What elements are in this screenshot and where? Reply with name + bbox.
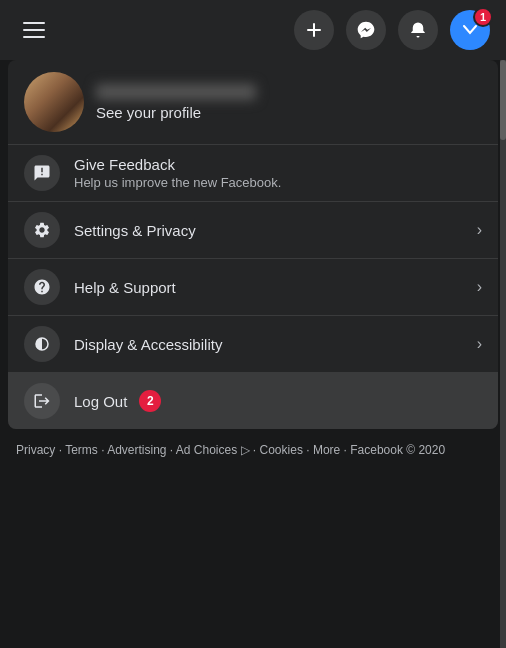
menu-item-display-accessibility[interactable]: Display & Accessibility ›	[8, 316, 498, 373]
display-title: Display & Accessibility	[74, 336, 463, 353]
feedback-text-block: Give Feedback Help us improve the new Fa…	[74, 156, 482, 190]
profile-info: See your profile	[96, 84, 256, 121]
dropdown-panel: See your profile Give Feedback Help us i…	[8, 60, 498, 429]
footer-links: Privacy · Terms · Advertising · Ad Choic…	[0, 429, 506, 472]
add-button[interactable]	[294, 10, 334, 50]
settings-title: Settings & Privacy	[74, 222, 463, 239]
settings-icon	[24, 212, 60, 248]
scrollbar-thumb[interactable]	[500, 60, 506, 140]
profile-name-blurred	[96, 84, 256, 100]
logout-badge: 2	[139, 390, 161, 412]
help-text-block: Help & Support	[74, 279, 463, 296]
profile-dropdown-button[interactable]: 1	[450, 10, 490, 50]
display-chevron: ›	[477, 335, 482, 353]
logout-title: Log Out	[74, 393, 127, 410]
logout-inner: Log Out 2	[74, 390, 161, 412]
profile-row[interactable]: See your profile	[8, 60, 498, 145]
menu-item-settings-privacy[interactable]: Settings & Privacy ›	[8, 202, 498, 259]
help-icon	[24, 269, 60, 305]
settings-text-block: Settings & Privacy	[74, 222, 463, 239]
display-icon	[24, 326, 60, 362]
avatar	[24, 72, 84, 132]
display-text-block: Display & Accessibility	[74, 336, 463, 353]
messenger-button[interactable]	[346, 10, 386, 50]
notifications-button[interactable]	[398, 10, 438, 50]
settings-chevron: ›	[477, 221, 482, 239]
menu-item-logout[interactable]: Log Out 2	[8, 373, 498, 429]
feedback-title: Give Feedback	[74, 156, 482, 173]
profile-badge: 1	[473, 7, 493, 27]
logout-icon	[24, 383, 60, 419]
feedback-subtitle: Help us improve the new Facebook.	[74, 175, 482, 190]
see-profile-label: See your profile	[96, 104, 256, 121]
svg-rect-1	[307, 29, 321, 31]
menu-item-give-feedback[interactable]: Give Feedback Help us improve the new Fa…	[8, 145, 498, 202]
help-title: Help & Support	[74, 279, 463, 296]
menu-item-help-support[interactable]: Help & Support ›	[8, 259, 498, 316]
footer-text: Privacy · Terms · Advertising · Ad Choic…	[16, 443, 445, 457]
topbar: 1	[0, 0, 506, 60]
help-chevron: ›	[477, 278, 482, 296]
menu-icon[interactable]	[16, 12, 52, 48]
feedback-icon	[24, 155, 60, 191]
scrollbar-track[interactable]	[500, 60, 506, 648]
